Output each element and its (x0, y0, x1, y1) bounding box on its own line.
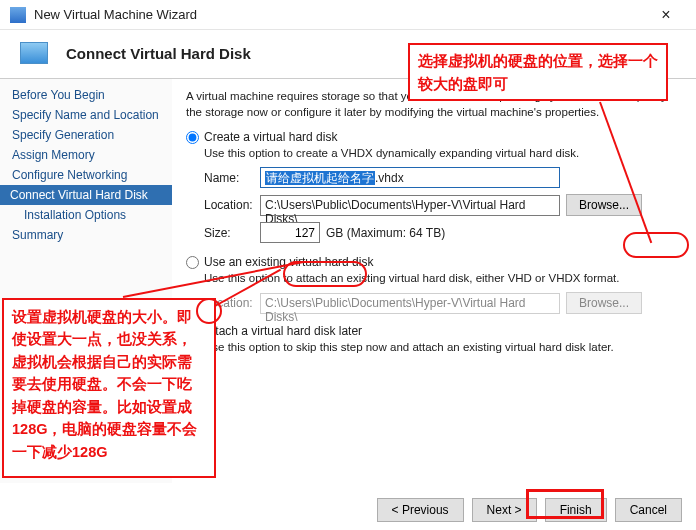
option-create-vhd: Create a virtual hard disk Use this opti… (186, 130, 682, 243)
sidebar-item-specify-name[interactable]: Specify Name and Location (0, 105, 172, 125)
sidebar-item-assign-memory[interactable]: Assign Memory (0, 145, 172, 165)
size-input[interactable] (260, 222, 320, 243)
existing-location-input: C:\Users\Public\Documents\Hyper-V\Virtua… (260, 293, 560, 314)
previous-button[interactable]: < Previous (377, 498, 464, 522)
option-create-desc: Use this option to create a VHDX dynamic… (204, 147, 682, 159)
option-existing-desc: Use this option to attach an existing vi… (204, 272, 682, 284)
name-input[interactable]: 请给虚拟机起给名字.vhdx (260, 167, 560, 188)
cancel-button[interactable]: Cancel (615, 498, 682, 522)
size-unit: GB (Maximum: 64 TB) (326, 226, 445, 240)
radio-create-vhd[interactable] (186, 131, 199, 144)
option-attach-later: Attach a virtual hard disk later Use thi… (186, 324, 682, 353)
option-later-label: Attach a virtual hard disk later (204, 324, 362, 338)
location-label: Location: (204, 198, 260, 212)
sidebar-item-summary[interactable]: Summary (0, 225, 172, 245)
size-label: Size: (204, 226, 260, 240)
close-button[interactable]: × (646, 6, 686, 24)
annotation-box-size: 设置虚拟机硬盘的大小。即使设置大一点，也没关系，虚拟机会根据自己的实际需要去使用… (2, 298, 216, 478)
location-input[interactable]: C:\Users\Public\Documents\Hyper-V\Virtua… (260, 195, 560, 216)
radio-use-existing[interactable] (186, 256, 199, 269)
wizard-icon (10, 7, 26, 23)
page-title: Connect Virtual Hard Disk (66, 45, 251, 62)
titlebar: New Virtual Machine Wizard × (0, 0, 696, 30)
option-later-desc: Use this option to skip this step now an… (204, 341, 682, 353)
browse-button[interactable]: Browse... (566, 194, 642, 216)
content-pane: A virtual machine requires storage so th… (172, 79, 696, 483)
sidebar-item-specify-generation[interactable]: Specify Generation (0, 125, 172, 145)
name-label: Name: (204, 171, 260, 185)
existing-browse-button: Browse... (566, 292, 642, 314)
option-use-existing: Use an existing virtual hard disk Use th… (186, 255, 682, 314)
sidebar-item-installation-options[interactable]: Installation Options (0, 205, 172, 225)
sidebar-item-connect-vhd[interactable]: Connect Virtual Hard Disk (0, 185, 172, 205)
header-icon (20, 42, 48, 64)
window-title: New Virtual Machine Wizard (34, 7, 646, 22)
annotation-ring-size (283, 261, 367, 287)
sidebar-item-before-you-begin[interactable]: Before You Begin (0, 85, 172, 105)
sidebar-item-configure-networking[interactable]: Configure Networking (0, 165, 172, 185)
annotation-box-location: 选择虚拟机的硬盘的位置，选择一个较大的盘即可 (408, 43, 668, 101)
option-create-label: Create a virtual hard disk (204, 130, 337, 144)
annotation-box-next (526, 489, 604, 519)
annotation-ring-browse (623, 232, 689, 258)
